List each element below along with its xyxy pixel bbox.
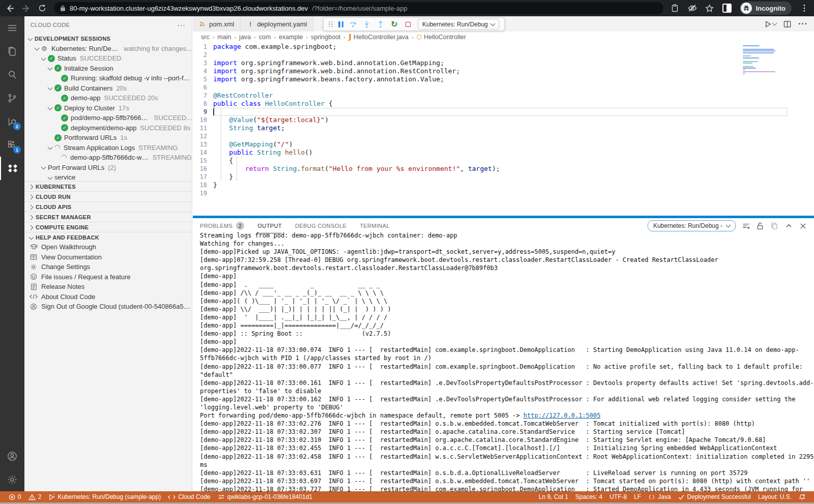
tree-item[interactable]: ⚙Kubernetes: Run/Debugwatching for chang… — [24, 44, 192, 54]
help-item-notes[interactable]: Release Notes — [24, 282, 192, 292]
status-errors-count[interactable]: 0 — [5, 491, 25, 502]
breadcrumb-item[interactable]: HelloController.java — [354, 34, 409, 41]
editor-tab-deployment-yaml[interactable]: !deployment.yaml — [241, 16, 313, 32]
run-file-button[interactable] — [764, 20, 776, 28]
editor-more-icon[interactable]: ··· — [798, 19, 808, 28]
source-control-icon[interactable] — [0, 86, 24, 110]
step-over-icon[interactable] — [349, 20, 357, 28]
help-item-smiley[interactable]: File issues / Request a feature — [24, 272, 192, 282]
url-bar[interactable]: 80-my-workstation.cluster-ug6ziz43wzeksw… — [54, 2, 663, 14]
run-debug-icon[interactable]: 2 — [0, 110, 24, 133]
minimap[interactable] — [741, 44, 777, 79]
code-editor[interactable]: 1package com.example.springboot;23import… — [193, 43, 814, 216]
tree-item[interactable]: ✓StatusSUCCEEDED — [24, 53, 192, 64]
breadcrumb-separator: › — [212, 34, 216, 40]
tree-item[interactable]: Port Forward URLs(2) — [24, 163, 192, 173]
status-deployment-status[interactable]: Deployment Successful — [675, 491, 754, 502]
menu-icon[interactable] — [0, 16, 24, 40]
copy-output-icon[interactable] — [770, 222, 778, 230]
browser-menu-icon[interactable] — [800, 4, 809, 13]
editor-tab-pom-xml[interactable]: pom.xml — [193, 16, 241, 32]
tree-item[interactable]: ✓pod/demo-app-5ffb7666dc-wjbchSUCCEED... — [24, 113, 192, 123]
status-cloud-code[interactable]: Cloud Code — [164, 491, 214, 502]
tree-item[interactable]: service — [24, 172, 192, 181]
tree-item[interactable]: ✓Portforward URLs1s — [24, 133, 192, 143]
status-keyboard-layout[interactable]: Layout: U.S. — [754, 491, 795, 502]
split-editor-icon[interactable] — [783, 20, 791, 28]
sidebar-section-cloud-run[interactable]: CLOUD RUN — [24, 191, 192, 201]
tree-section-header[interactable]: DEVELOPMENT SESSIONS — [24, 34, 192, 44]
sidebar-section-kubernetes[interactable]: KUBERNETES — [24, 181, 192, 191]
tree-item[interactable]: Stream Application LogsSTREAMING — [24, 143, 192, 153]
step-into-icon[interactable] — [363, 20, 371, 28]
breadcrumb-item[interactable]: java — [239, 34, 251, 41]
restart-icon[interactable]: ↻ — [390, 20, 398, 28]
maximize-panel-icon[interactable] — [784, 222, 793, 230]
sidebar-section-compute-engine[interactable]: COMPUTE ENGINE — [24, 222, 192, 232]
clipboard-icon[interactable] — [671, 4, 680, 13]
sidebar-section-cloud-apis[interactable]: CLOUD APIS — [24, 201, 192, 212]
code-token: , — [460, 165, 468, 172]
tree-item[interactable]: ✓Build Containers20s — [24, 83, 192, 94]
tree-item[interactable]: ✓Initialize Session — [24, 64, 192, 74]
chevron-down-icon — [490, 21, 495, 26]
stop-icon[interactable] — [404, 20, 412, 28]
tree-item-detail: SUCCEED... — [154, 114, 192, 122]
help-item-code[interactable]: About Cloud Code — [24, 292, 192, 302]
sidebar-more-icon[interactable]: ··· — [177, 21, 186, 29]
status-gcp-project[interactable]: qwiklabs-gcp-01-036fe18401d1 — [214, 491, 316, 502]
help-item-walkthrough[interactable]: Open Walkthrough — [24, 242, 192, 252]
reload-icon[interactable] — [38, 4, 47, 13]
drag-handle-icon[interactable] — [329, 21, 333, 27]
step-out-icon[interactable] — [376, 20, 385, 28]
breadcrumb-item[interactable]: com — [259, 34, 271, 41]
status-cursor-position[interactable]: Ln 9, Col 1 — [535, 491, 572, 502]
debug-profile-selector[interactable]: Kubernetes: Run/Debug — [418, 19, 499, 29]
breadcrumb-item[interactable]: src — [201, 34, 210, 41]
pause-button[interactable] — [338, 21, 343, 27]
status-warnings-count[interactable]: 2 — [25, 491, 45, 502]
help-item-label: Open Walkthrough — [41, 243, 96, 251]
help-item-signout[interactable]: Sign Out of Google Cloud (student-00-540… — [24, 302, 192, 312]
status-notifications[interactable] — [795, 491, 809, 502]
account-icon[interactable] — [0, 444, 24, 468]
status-indentation[interactable]: Spaces: 4 — [572, 491, 606, 502]
extensions-icon[interactable]: 1 — [0, 133, 24, 157]
breadcrumb-item[interactable]: springboot — [311, 34, 340, 41]
back-icon[interactable] — [5, 4, 14, 13]
cloud-code-icon[interactable] — [0, 157, 24, 180]
tree-item[interactable]: ✓Deploy to Cluster17s — [24, 103, 192, 113]
tree-item-detail: SUCCEEDED — [80, 54, 122, 62]
sidebar-section-help-and-feedback[interactable]: HELP AND FEEDBACK — [24, 232, 192, 242]
output-log[interactable]: Streaming logs from pod: demo-app-5ffb76… — [193, 231, 814, 491]
sidebar-section-secret-manager[interactable]: SECRET MANAGER — [24, 212, 192, 222]
status-language-mode[interactable]: Java — [645, 491, 674, 502]
close-panel-icon[interactable] — [799, 222, 807, 230]
eye-off-icon[interactable] — [688, 4, 697, 13]
port-forward-link[interactable]: http://127.0.0.1:5005 — [524, 412, 601, 419]
tree-item[interactable]: ✓Running: skaffold debug -v info --port-… — [24, 73, 192, 83]
search-icon[interactable] — [0, 63, 24, 86]
forward-icon[interactable] — [21, 4, 31, 13]
explorer-icon[interactable] — [0, 40, 24, 63]
status-debug-session[interactable]: Kubernetes: Run/Debug (sample-app) — [45, 491, 164, 502]
side-panel-icon[interactable] — [722, 4, 732, 13]
help-item-settings[interactable]: Change Settings — [24, 262, 192, 272]
output-channel-selector[interactable]: Kubernetes: Run/Debug - — [648, 220, 736, 231]
clear-output-icon[interactable] — [742, 222, 750, 230]
status-eol[interactable]: LF — [630, 491, 645, 502]
tree-item[interactable]: ✓demo-appSUCCEEDED 20s — [24, 93, 192, 103]
unlock-icon[interactable] — [756, 222, 764, 230]
breadcrumb-item[interactable]: example — [279, 34, 303, 41]
help-item-docs[interactable]: View Documentation — [24, 252, 192, 262]
tree-item[interactable]: demo-app-5ffb7666dc-wjbchSTREAMING — [24, 153, 192, 163]
tree-item[interactable]: ✓deployment/demo-appSUCCEEDED 8s — [24, 123, 192, 133]
breadcrumb-item[interactable]: main — [217, 34, 231, 41]
profile-chip[interactable]: Incognito — [740, 2, 792, 15]
success-check-icon: ✓ — [54, 134, 62, 141]
settings-icon[interactable] — [0, 468, 24, 491]
status-encoding[interactable]: UTF-8 — [606, 491, 630, 502]
bookmark-star-icon[interactable] — [705, 4, 714, 13]
code-line: 10 @Value("${target:local}") — [193, 116, 814, 124]
breadcrumb-item[interactable]: HelloController — [424, 34, 466, 41]
